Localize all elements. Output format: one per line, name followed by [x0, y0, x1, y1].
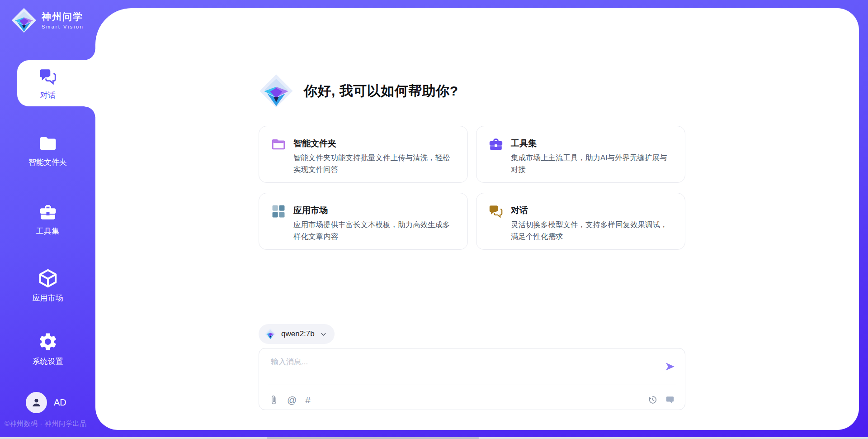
card-title: 应用市场	[293, 205, 328, 216]
sidebar-item-toolset[interactable]: 工具集	[0, 203, 95, 236]
message-composer: @ #	[259, 348, 685, 410]
card-title: 工具集	[511, 138, 537, 149]
scrollbar-thumb[interactable]	[267, 437, 479, 439]
greeting-block: 你好, 我可以如何帮助你?	[259, 73, 458, 109]
sidebar-item-label: 对话	[40, 90, 56, 100]
sidebar-item-label: 智能文件夹	[28, 157, 67, 167]
card-app-market[interactable]: 应用市场 应用市场提供丰富长文本模板，助力高效生成多样化文章内容	[259, 193, 468, 250]
person-icon	[30, 396, 42, 409]
copyright-footer: ©神州数码 · 神州问学出品	[5, 420, 95, 428]
history-icon[interactable]	[647, 395, 657, 405]
chat-bubbles-icon	[38, 67, 57, 86]
conversation-icon[interactable]	[665, 395, 675, 405]
sidebar-item-label: 工具集	[36, 226, 59, 236]
cube-icon	[38, 268, 58, 289]
brand-logo-icon	[11, 7, 37, 33]
card-description: 集成市场上主流工具，助力AI与外界无缝扩展与对接	[511, 152, 674, 175]
model-name: qwen2:7b	[281, 329, 315, 339]
card-description: 智能文件夹功能支持批量文件上传与清洗，轻松实现文件问答	[293, 152, 457, 175]
main-panel: 你好, 我可以如何帮助你? 智能文件夹 智能文件夹功能支持批量文件上传与清洗，轻…	[95, 8, 859, 430]
card-toolset[interactable]: 工具集 集成市场上主流工具，助力AI与外界无缝扩展与对接	[476, 126, 685, 183]
feature-cards: 智能文件夹 智能文件夹功能支持批量文件上传与清洗，轻松实现文件问答 工具集 集成…	[259, 126, 685, 250]
sidebar-item-chat[interactable]: 对话	[0, 67, 95, 100]
briefcase-icon	[38, 203, 57, 222]
avatar	[26, 392, 47, 413]
mention-icon[interactable]: @	[287, 395, 297, 405]
greeting-title: 你好, 我可以如何帮助你?	[304, 82, 458, 100]
model-logo-icon	[264, 328, 276, 340]
card-title: 对话	[511, 205, 528, 216]
attachment-icon[interactable]	[269, 395, 278, 405]
sidebar-item-app-market[interactable]: 应用市场	[0, 268, 95, 303]
card-smart-folder[interactable]: 智能文件夹 智能文件夹功能支持批量文件上传与清洗，轻松实现文件问答	[259, 126, 468, 183]
composer-divider	[268, 385, 676, 385]
horizontal-scrollbar	[0, 437, 868, 439]
card-description: 应用市场提供丰富长文本模板，助力高效生成多样化文章内容	[293, 219, 457, 242]
send-icon[interactable]	[664, 361, 676, 372]
sidebar: 神州问学 Smart Vision 对话 智能文件夹 工具集 应用市场	[0, 0, 95, 439]
topic-icon[interactable]: #	[305, 395, 311, 405]
message-input[interactable]	[270, 356, 651, 384]
grid-icon	[271, 204, 286, 219]
model-selector[interactable]: qwen2:7b	[259, 324, 335, 344]
briefcase-icon	[488, 137, 504, 152]
brand-name: 神州问学	[42, 11, 84, 22]
sidebar-item-settings[interactable]: 系统设置	[0, 331, 95, 367]
chat-bubbles-icon	[488, 204, 504, 219]
sidebar-item-label: 应用市场	[33, 293, 63, 303]
card-description: 灵活切换多模型文件，支持多样回复效果调试，满足个性化需求	[511, 219, 674, 242]
user-profile[interactable]: AD	[26, 392, 66, 413]
chevron-down-icon	[320, 330, 327, 338]
sidebar-item-label: 系统设置	[33, 356, 63, 367]
card-title: 智能文件夹	[293, 138, 336, 149]
sidebar-item-smart-folder[interactable]: 智能文件夹	[0, 134, 95, 167]
folder-icon	[38, 134, 57, 153]
folder-open-icon	[271, 137, 286, 152]
gear-icon	[38, 331, 58, 352]
brand-tagline: Smart Vision	[42, 24, 84, 29]
user-name: AD	[54, 397, 66, 408]
assistant-logo-icon	[259, 73, 294, 109]
brand: 神州问学 Smart Vision	[11, 7, 84, 33]
card-chat[interactable]: 对话 灵活切换多模型文件，支持多样回复效果调试，满足个性化需求	[476, 193, 685, 250]
